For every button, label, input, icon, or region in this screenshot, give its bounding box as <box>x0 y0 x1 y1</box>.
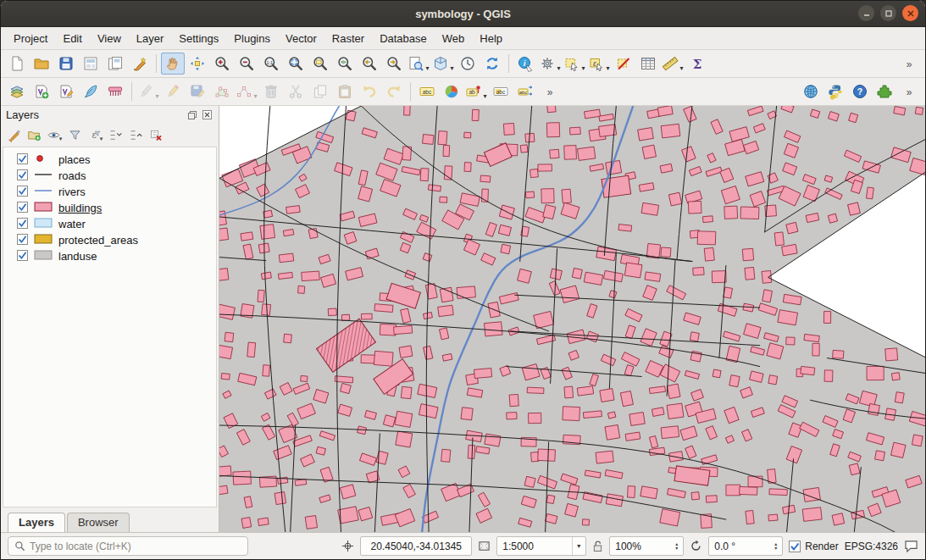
panel-tab-browser[interactable]: Browser <box>67 513 130 532</box>
pin-labels-button[interactable]: ab▾ <box>464 80 488 103</box>
layer-item-landuse[interactable]: landuse <box>3 248 216 264</box>
extent-icon[interactable] <box>478 540 491 552</box>
zoom-out-button[interactable] <box>235 53 258 75</box>
titlebar[interactable]: symbology - QGIS <box>1 1 925 27</box>
metasearch-button[interactable] <box>799 80 823 103</box>
close-button[interactable] <box>902 5 918 21</box>
filter-legend-button[interactable] <box>65 125 84 144</box>
pan-map-button[interactable] <box>161 53 185 75</box>
open-layer-styling-button[interactable] <box>4 125 23 144</box>
deselect-features-button[interactable] <box>612 53 635 75</box>
pan-to-selection-button[interactable] <box>186 53 209 75</box>
select-by-expression-button[interactable]: ε▾ <box>587 53 611 75</box>
menu-help[interactable]: Help <box>472 30 510 47</box>
open-attribute-table-button[interactable] <box>636 53 660 75</box>
layer-item-roads[interactable]: roads <box>3 168 216 184</box>
manage-map-themes-button[interactable]: ▾ <box>45 125 64 144</box>
magnifier-field[interactable]: 100% ▴▾ <box>609 536 684 556</box>
zoom-full-button[interactable] <box>284 53 308 75</box>
labels-overflow-button[interactable]: » <box>538 80 562 103</box>
layer-label[interactable]: water <box>58 218 86 230</box>
layer-label[interactable]: roads <box>58 169 86 182</box>
open-data-source-manager-button[interactable] <box>5 80 29 103</box>
zoom-last-button[interactable] <box>358 53 381 75</box>
menu-web[interactable]: Web <box>435 30 473 47</box>
style-manager-button[interactable] <box>128 53 152 75</box>
layer-label[interactable]: rivers <box>58 186 86 198</box>
zoom-next-button[interactable] <box>382 53 406 75</box>
coordinate-icon[interactable] <box>341 540 354 552</box>
toolbar2-overflow-button[interactable]: » <box>897 80 921 103</box>
locator-search-input[interactable]: Type to locate (Ctrl+K) <box>8 536 248 556</box>
layer-checkbox[interactable] <box>17 169 28 183</box>
zoom-to-selection-button[interactable] <box>308 53 332 75</box>
layer-label[interactable]: protected_areas <box>58 234 138 247</box>
crs-label[interactable]: EPSG:4326 <box>845 541 898 552</box>
rotation-field[interactable]: 0.0 ° ▴▾ <box>708 536 783 556</box>
lock-icon[interactable] <box>592 540 603 552</box>
spinner-arrows-icon[interactable]: ▴▾ <box>675 542 678 551</box>
add-group-button[interactable] <box>25 125 43 144</box>
panel-tab-layers[interactable]: Layers <box>8 513 65 532</box>
menu-edit[interactable]: Edit <box>55 30 89 47</box>
new-print-layout-button[interactable] <box>79 53 103 75</box>
measure-button[interactable]: ▾ <box>661 53 685 75</box>
layer-checkbox[interactable] <box>17 218 28 231</box>
zoom-in-button[interactable] <box>210 53 234 75</box>
zoom-native-button[interactable]: 1:1 <box>259 53 283 75</box>
select-features-button[interactable]: ▾ <box>563 53 586 75</box>
show-layout-manager-button[interactable] <box>103 53 127 75</box>
layer-checkbox[interactable] <box>17 250 28 263</box>
layer-label[interactable]: buildings <box>58 202 102 214</box>
refresh-map-button[interactable] <box>480 53 504 75</box>
layer-label[interactable]: landuse <box>58 250 97 263</box>
remove-layer-button[interactable] <box>147 125 165 144</box>
menu-vector[interactable]: Vector <box>278 30 324 47</box>
new-project-button[interactable] <box>5 53 29 75</box>
minimize-button[interactable] <box>858 5 874 21</box>
help-button[interactable]: ? <box>848 80 872 103</box>
menu-database[interactable]: Database <box>372 30 435 47</box>
layer-checkbox[interactable] <box>17 153 28 167</box>
new-virtual-layer-button[interactable] <box>103 80 127 103</box>
add-vector-layer-button[interactable] <box>30 80 53 103</box>
new-geopackage-layer-button[interactable] <box>79 80 103 103</box>
menu-settings[interactable]: Settings <box>171 30 226 47</box>
render-checkbox[interactable]: Render <box>789 541 838 552</box>
move-label-button[interactable]: abc <box>513 80 537 103</box>
messages-icon[interactable] <box>904 540 918 552</box>
filter-by-expression-button[interactable]: ε▾ <box>86 125 104 144</box>
save-project-button[interactable] <box>54 53 78 75</box>
map-canvas[interactable] <box>219 106 925 532</box>
layer-item-protected_areas[interactable]: protected_areas <box>3 232 216 248</box>
maximize-button[interactable] <box>880 5 896 21</box>
panel-close-button[interactable] <box>201 108 213 121</box>
spinner-arrows-icon[interactable]: ▴▾ <box>774 542 777 551</box>
layer-checkbox[interactable] <box>17 202 28 215</box>
toolbar-overflow-button[interactable]: » <box>897 53 921 75</box>
new-map-view-button[interactable]: ▾ <box>407 53 430 75</box>
layer-label[interactable]: places <box>58 153 91 166</box>
layer-diagrams-button[interactable] <box>440 80 463 103</box>
install-plugin-button[interactable] <box>873 80 896 103</box>
layer-checkbox[interactable] <box>17 234 28 247</box>
collapse-all-button[interactable] <box>126 125 145 144</box>
menu-project[interactable]: Project <box>6 30 55 47</box>
scale-combo[interactable]: 1:5000 ▾ <box>496 536 586 556</box>
identify-features-button[interactable]: i <box>513 53 537 75</box>
new-3d-map-view-button[interactable]: ▾ <box>431 53 455 75</box>
open-project-button[interactable] <box>30 53 53 75</box>
zoom-to-layer-button[interactable] <box>333 53 357 75</box>
run-feature-action-button[interactable]: ▾ <box>538 53 562 75</box>
menu-plugins[interactable]: Plugins <box>226 30 278 47</box>
menu-layer[interactable]: Layer <box>129 30 172 47</box>
layer-item-rivers[interactable]: rivers <box>3 184 216 200</box>
expand-all-button[interactable] <box>106 125 125 144</box>
layer-item-places[interactable]: places <box>3 152 216 168</box>
menu-raster[interactable]: Raster <box>324 30 372 47</box>
layer-labeling-button[interactable]: abc <box>415 80 439 103</box>
panel-float-button[interactable] <box>186 108 198 121</box>
new-shapefile-layer-button[interactable] <box>54 80 78 103</box>
temporal-controller-button[interactable] <box>456 53 480 75</box>
python-console-button[interactable] <box>823 80 847 103</box>
